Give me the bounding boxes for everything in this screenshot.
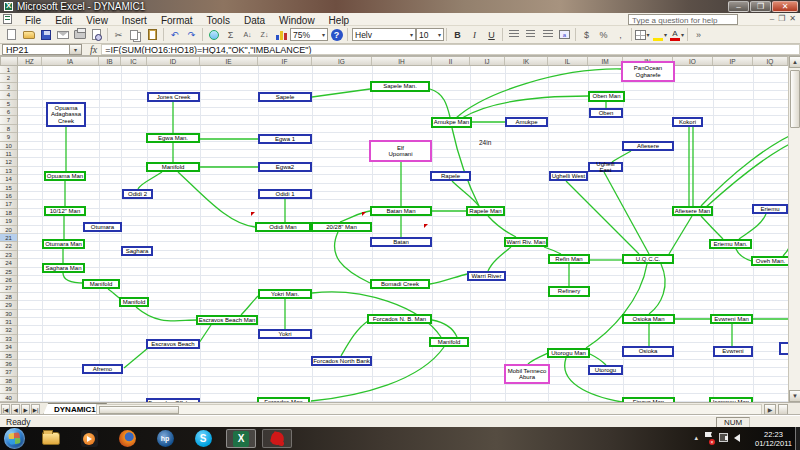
node-evwreni-man[interactable]: Evwreni Man <box>710 314 753 324</box>
zoom-select[interactable]: 75%▾ <box>290 28 328 41</box>
open-button[interactable] <box>20 27 37 42</box>
row-header-17[interactable]: 17 <box>0 200 17 208</box>
node-escravos-beach[interactable]: Escravos Beach <box>146 339 200 349</box>
node-utorogu[interactable]: Utorogu <box>588 365 623 375</box>
node-rapele-man[interactable]: Rapele Man <box>466 206 505 216</box>
node-warri-riv-man[interactable]: Warri Riv. Man <box>504 237 548 247</box>
column-header-ig[interactable]: IG <box>312 57 372 65</box>
row-header-27[interactable]: 27 <box>0 284 17 292</box>
row-header-12[interactable]: 12 <box>0 158 17 166</box>
bold-button[interactable]: B <box>449 27 466 42</box>
tab-last-button[interactable]: ▶| <box>31 404 40 415</box>
node-ughelli-east[interactable]: Ughelli East <box>588 162 623 172</box>
row-header-24[interactable]: 24 <box>0 259 17 267</box>
column-header-ih[interactable]: IH <box>372 57 432 65</box>
menu-format[interactable]: Format <box>154 15 200 26</box>
node-amukpe-man[interactable]: Amukpe Man <box>431 117 472 128</box>
row-header-23[interactable]: 23 <box>0 251 17 259</box>
node-eriemu[interactable]: Eriemu <box>752 204 788 214</box>
node-manifold[interactable]: Manifold <box>146 162 200 172</box>
underline-button[interactable]: U <box>483 27 500 42</box>
node-osioka[interactable]: Osioka <box>622 346 674 357</box>
email-button[interactable] <box>54 27 71 42</box>
hyperlink-button[interactable] <box>205 27 222 42</box>
row-header-8[interactable]: 8 <box>0 125 17 133</box>
row-header-6[interactable]: 6 <box>0 108 17 116</box>
row-header-2[interactable]: 2 <box>0 74 17 82</box>
save-button[interactable] <box>37 27 54 42</box>
row-header-28[interactable]: 28 <box>0 293 17 301</box>
workbook-icon[interactable] <box>3 14 12 24</box>
row-header-38[interactable]: 38 <box>0 377 17 385</box>
column-header-iq[interactable]: IQ <box>753 57 788 65</box>
node-panocean-ogharefe[interactable]: PanOcean Ogharefe <box>621 61 675 82</box>
help-question-box[interactable]: Type a question for help <box>628 14 738 25</box>
row-header-26[interactable]: 26 <box>0 276 17 284</box>
taskbar-red-app-button[interactable] <box>262 429 292 448</box>
node-otumara[interactable]: Otumara <box>83 222 122 232</box>
vertical-scrollbar[interactable]: ▲ ▼ <box>788 56 800 402</box>
taskbar-excel-button[interactable]: X <box>226 429 256 448</box>
row-header-22[interactable]: 22 <box>0 242 17 250</box>
node-kokori[interactable]: Kokori <box>672 117 703 127</box>
tab-first-button[interactable]: |◀ <box>1 404 10 415</box>
column-header-ie[interactable]: IE <box>200 57 258 65</box>
volume-speaker-icon[interactable] <box>734 434 740 442</box>
node-afiesere[interactable]: Afiesere <box>622 141 674 151</box>
row-header-18[interactable]: 18 <box>0 209 17 217</box>
column-header-hz[interactable]: HZ <box>18 57 42 65</box>
node-egwa-man[interactable]: Egwa Man. <box>146 133 200 143</box>
row-header-34[interactable]: 34 <box>0 343 17 351</box>
row-header-7[interactable]: 7 <box>0 116 17 124</box>
select-all-corner[interactable] <box>0 56 18 66</box>
node-egwa-1[interactable]: Egwa 1 <box>258 134 312 144</box>
node-sapele-man[interactable]: Sapele Man. <box>370 81 430 92</box>
workbook-minimize-icon[interactable]: – <box>770 14 774 23</box>
node-oben-man[interactable]: Oben Man <box>588 91 625 102</box>
node-amukpe[interactable]: Amukpe <box>505 117 548 127</box>
print-preview-button[interactable] <box>88 27 105 42</box>
print-button[interactable] <box>71 27 88 42</box>
column-header-ij[interactable]: IJ <box>470 57 505 65</box>
row-header-33[interactable]: 33 <box>0 335 17 343</box>
row-header-36[interactable]: 36 <box>0 360 17 368</box>
horizontal-scrollbar[interactable] <box>96 404 762 415</box>
percent-button[interactable]: % <box>595 27 612 42</box>
row-header-1[interactable]: 1 <box>0 66 17 74</box>
column-header-ic[interactable]: IC <box>121 57 147 65</box>
node-batan-man[interactable]: Batan Man <box>370 206 432 216</box>
node-manifold[interactable]: Manifold <box>429 337 469 347</box>
node-opuama-adagbassa-creek[interactable]: Opuama Adagbassa Creek <box>46 102 86 127</box>
node-refin-man[interactable]: Refin Man <box>548 254 590 264</box>
row-header-29[interactable]: 29 <box>0 301 17 309</box>
menu-file[interactable]: File <box>18 15 48 26</box>
column-header-id[interactable]: ID <box>147 57 200 65</box>
menu-tools[interactable]: Tools <box>200 15 237 26</box>
node-forcados-n-b-man[interactable]: Forcados N. B. Man <box>367 314 432 324</box>
column-header-ib[interactable]: IB <box>99 57 121 65</box>
node-egwa2[interactable]: Egwa2 <box>258 162 312 172</box>
node-rapele[interactable]: Rapele <box>430 171 471 181</box>
tab-next-button[interactable]: ▶ <box>21 404 30 415</box>
taskbar-skype-button[interactable]: S <box>188 429 218 448</box>
node-utorogu-man[interactable]: Utorogu Man <box>547 348 590 358</box>
row-header-20[interactable]: 20 <box>0 226 17 234</box>
node-saghara-man[interactable]: Saghara Man <box>42 263 85 273</box>
paste-button[interactable] <box>144 27 161 42</box>
column-header-io[interactable]: IO <box>673 57 713 65</box>
minimize-button[interactable]: – <box>728 1 749 12</box>
redo-button[interactable]: ↷ <box>183 27 200 42</box>
node-oben[interactable]: Oben <box>589 108 623 118</box>
row-header-31[interactable]: 31 <box>0 318 17 326</box>
workbook-close-icon[interactable]: ✕ <box>789 14 796 23</box>
help-button[interactable]: ? <box>328 27 345 42</box>
copy-button[interactable] <box>127 27 144 42</box>
node-opuama-man[interactable]: Opuama Man <box>44 171 86 181</box>
node-sapele[interactable]: Sapele <box>258 92 312 102</box>
tray-expand-icon[interactable]: ▴ <box>694 434 698 442</box>
row-header-9[interactable]: 9 <box>0 133 17 141</box>
node-manifold[interactable]: Manifold <box>119 297 149 307</box>
row-header-30[interactable]: 30 <box>0 310 17 318</box>
node-manifold[interactable]: Manifold <box>82 279 120 289</box>
chart-wizard-button[interactable] <box>273 27 290 42</box>
